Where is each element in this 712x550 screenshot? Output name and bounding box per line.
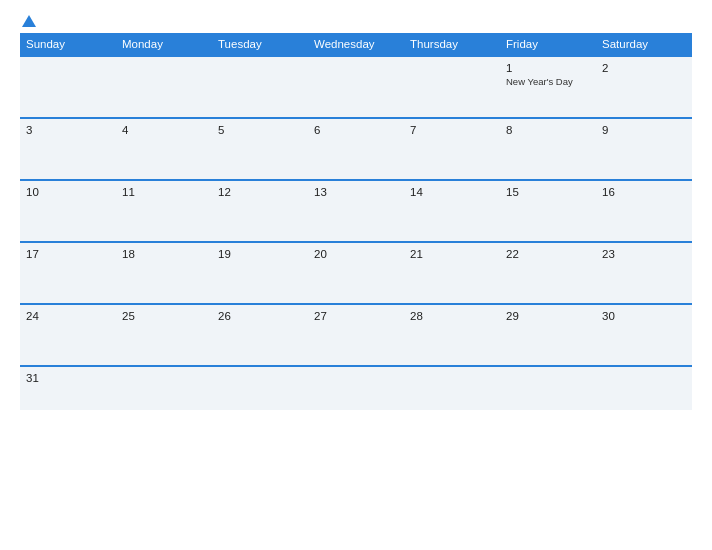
day-number: 16: [602, 186, 686, 198]
calendar-cell: 13: [308, 180, 404, 242]
weekday-friday: Friday: [500, 33, 596, 56]
week-row-2: 3456789: [20, 118, 692, 180]
day-number: 8: [506, 124, 590, 136]
weekday-header-row: SundayMondayTuesdayWednesdayThursdayFrid…: [20, 33, 692, 56]
day-number: 20: [314, 248, 398, 260]
weekday-monday: Monday: [116, 33, 212, 56]
weekday-sunday: Sunday: [20, 33, 116, 56]
day-number: 23: [602, 248, 686, 260]
calendar-cell: 29: [500, 304, 596, 366]
day-number: 10: [26, 186, 110, 198]
day-number: 27: [314, 310, 398, 322]
calendar-cell: 1New Year's Day: [500, 56, 596, 118]
day-number: 5: [218, 124, 302, 136]
day-number: 2: [602, 62, 686, 74]
calendar-cell: 6: [308, 118, 404, 180]
calendar-cell: 2: [596, 56, 692, 118]
calendar-cell: [212, 366, 308, 410]
day-number: 19: [218, 248, 302, 260]
week-row-3: 10111213141516: [20, 180, 692, 242]
day-number: 3: [26, 124, 110, 136]
calendar-cell: 16: [596, 180, 692, 242]
day-number: 11: [122, 186, 206, 198]
day-number: 18: [122, 248, 206, 260]
calendar-cell: 24: [20, 304, 116, 366]
day-number: 25: [122, 310, 206, 322]
calendar-cell: 25: [116, 304, 212, 366]
calendar-cell: [596, 366, 692, 410]
calendar-cell: 18: [116, 242, 212, 304]
weekday-wednesday: Wednesday: [308, 33, 404, 56]
day-number: 24: [26, 310, 110, 322]
day-number: 15: [506, 186, 590, 198]
day-number: 13: [314, 186, 398, 198]
calendar-cell: 8: [500, 118, 596, 180]
calendar-cell: 22: [500, 242, 596, 304]
holiday-name: New Year's Day: [506, 76, 590, 87]
calendar-header: [20, 18, 692, 27]
day-number: 6: [314, 124, 398, 136]
day-number: 17: [26, 248, 110, 260]
calendar-cell: 28: [404, 304, 500, 366]
calendar-cell: 20: [308, 242, 404, 304]
calendar-cell: [20, 56, 116, 118]
calendar-cell: 27: [308, 304, 404, 366]
calendar-cell: 31: [20, 366, 116, 410]
calendar-cell: 7: [404, 118, 500, 180]
week-row-1: 1New Year's Day2: [20, 56, 692, 118]
calendar-cell: 12: [212, 180, 308, 242]
calendar-cell: [308, 56, 404, 118]
calendar-cell: 3: [20, 118, 116, 180]
calendar-cell: 17: [20, 242, 116, 304]
calendar-cell: 15: [500, 180, 596, 242]
week-row-4: 17181920212223: [20, 242, 692, 304]
day-number: 14: [410, 186, 494, 198]
calendar-cell: [116, 366, 212, 410]
calendar-cell: [116, 56, 212, 118]
calendar-cell: [404, 56, 500, 118]
calendar-cell: 30: [596, 304, 692, 366]
calendar-cell: 9: [596, 118, 692, 180]
day-number: 30: [602, 310, 686, 322]
logo: [20, 18, 36, 27]
calendar-cell: 21: [404, 242, 500, 304]
weekday-saturday: Saturday: [596, 33, 692, 56]
calendar-cell: 14: [404, 180, 500, 242]
calendar-cell: [404, 366, 500, 410]
calendar-cell: 10: [20, 180, 116, 242]
day-number: 26: [218, 310, 302, 322]
day-number: 29: [506, 310, 590, 322]
weekday-thursday: Thursday: [404, 33, 500, 56]
logo-triangle-icon: [22, 15, 36, 27]
calendar-cell: 5: [212, 118, 308, 180]
day-number: 1: [506, 62, 590, 74]
calendar-cell: 4: [116, 118, 212, 180]
day-number: 31: [26, 372, 110, 384]
calendar-cell: [308, 366, 404, 410]
week-row-6: 31: [20, 366, 692, 410]
day-number: 12: [218, 186, 302, 198]
day-number: 21: [410, 248, 494, 260]
calendar-cell: 19: [212, 242, 308, 304]
day-number: 22: [506, 248, 590, 260]
calendar-cell: 26: [212, 304, 308, 366]
calendar-page: SundayMondayTuesdayWednesdayThursdayFrid…: [0, 0, 712, 550]
weekday-tuesday: Tuesday: [212, 33, 308, 56]
day-number: 7: [410, 124, 494, 136]
calendar-cell: [500, 366, 596, 410]
day-number: 4: [122, 124, 206, 136]
week-row-5: 24252627282930: [20, 304, 692, 366]
day-number: 28: [410, 310, 494, 322]
calendar-cell: 23: [596, 242, 692, 304]
day-number: 9: [602, 124, 686, 136]
calendar-table: SundayMondayTuesdayWednesdayThursdayFrid…: [20, 33, 692, 410]
calendar-cell: [212, 56, 308, 118]
calendar-cell: 11: [116, 180, 212, 242]
